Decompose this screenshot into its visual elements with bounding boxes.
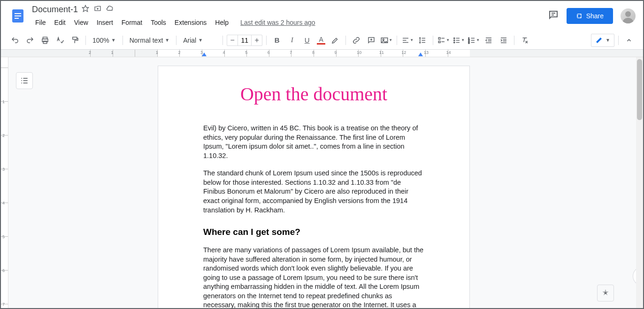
zoom-select[interactable]: 100%▼ (90, 35, 119, 46)
move-icon[interactable] (94, 5, 101, 14)
document-heading[interactable]: Open the document (203, 83, 424, 105)
insert-link-icon[interactable] (350, 34, 363, 47)
checklist-icon[interactable]: ▼ (437, 34, 450, 47)
font-size-input[interactable] (238, 35, 252, 45)
outline-toggle-icon[interactable] (16, 72, 33, 89)
svg-rect-55 (605, 292, 606, 294)
svg-point-8 (625, 11, 631, 17)
toolbar: 100%▼ Normal text▼ Arial▼ − + B I U A ▼ … (1, 31, 643, 50)
font-size-increase[interactable]: + (252, 36, 262, 45)
docs-logo-icon[interactable] (8, 7, 27, 25)
user-avatar[interactable] (621, 8, 636, 23)
line-spacing-icon[interactable] (416, 34, 429, 47)
svg-rect-2 (15, 15, 21, 16)
underline-icon[interactable]: U (300, 34, 314, 47)
editing-mode-select[interactable]: ▼ (591, 34, 614, 47)
menu-tools[interactable]: Tools (147, 17, 169, 28)
explore-icon[interactable] (597, 285, 614, 301)
print-icon[interactable] (38, 34, 52, 47)
horizontal-ruler[interactable]: 2 1 1 2 3 4 5 6 7 8 9 10 11 12 13 14 (1, 50, 643, 57)
font-select[interactable]: Arial▼ (180, 35, 219, 46)
share-button[interactable]: Share (567, 8, 613, 24)
menu-insert[interactable]: Insert (93, 17, 116, 28)
undo-icon[interactable] (8, 34, 22, 47)
paint-format-icon[interactable] (69, 34, 82, 47)
comments-icon[interactable] (548, 9, 559, 23)
clear-formatting-icon[interactable] (518, 34, 531, 47)
menu-extensions[interactable]: Extensions (171, 17, 210, 28)
svg-rect-1 (15, 13, 21, 14)
svg-point-16 (383, 39, 384, 40)
italic-icon[interactable]: I (285, 34, 299, 47)
bulleted-list-icon[interactable]: ▼ (452, 34, 465, 47)
menu-view[interactable]: View (71, 17, 92, 28)
document-subheading[interactable]: Where can I get some? (203, 227, 424, 237)
svg-point-29 (454, 39, 455, 40)
menu-help[interactable]: Help (212, 17, 232, 28)
text-color-icon[interactable]: A (315, 36, 327, 45)
svg-rect-12 (73, 37, 77, 39)
menu-bar: File Edit View Insert Format Tools Exten… (32, 16, 548, 29)
increase-indent-icon[interactable] (497, 34, 510, 47)
insert-image-icon[interactable]: ▼ (380, 34, 393, 47)
collapse-icon[interactable] (622, 34, 636, 47)
share-button-label: Share (586, 12, 604, 20)
bold-icon[interactable]: B (270, 34, 284, 47)
app-header: Document-1 File Edit View Insert Format … (1, 1, 643, 31)
align-icon[interactable]: ▼ (401, 34, 414, 47)
svg-marker-4 (82, 5, 88, 11)
menu-edit[interactable]: Edit (51, 17, 69, 28)
star-icon[interactable] (82, 5, 89, 14)
svg-rect-25 (438, 41, 440, 43)
document-page[interactable]: Open the document Evil) by Cicero, writt… (158, 66, 470, 308)
redo-icon[interactable] (23, 34, 37, 47)
numbered-list-icon[interactable]: 123▼ (467, 34, 480, 47)
document-canvas: 2 1 1 2 3 4 5 6 7 8 9 Open the document … (1, 57, 643, 308)
decrease-indent-icon[interactable] (482, 34, 495, 47)
vertical-ruler[interactable]: 2 1 1 2 3 4 5 6 7 8 9 (1, 57, 8, 308)
scrollbar-thumb[interactable] (637, 59, 642, 120)
svg-rect-23 (438, 38, 440, 39)
add-comment-icon[interactable] (365, 34, 378, 47)
spellcheck-icon[interactable] (54, 34, 67, 47)
last-edit-link[interactable]: Last edit was 2 hours ago (240, 19, 315, 26)
svg-point-27 (454, 38, 455, 38)
svg-point-31 (454, 42, 455, 43)
svg-text:3: 3 (468, 41, 470, 44)
menu-format[interactable]: Format (118, 17, 146, 28)
document-title[interactable]: Document-1 (32, 5, 78, 15)
document-paragraph[interactable]: Evil) by Cicero, written in 45 BC. This … (203, 124, 424, 160)
document-paragraph[interactable]: The standard chunk of Lorem Ipsum used s… (203, 169, 424, 215)
svg-rect-3 (15, 18, 19, 19)
vertical-scrollbar[interactable] (636, 57, 643, 308)
font-size-control: − + (227, 35, 262, 46)
font-size-decrease[interactable]: − (227, 36, 238, 45)
style-select[interactable]: Normal text▼ (127, 35, 172, 46)
menu-file[interactable]: File (32, 17, 49, 28)
highlight-icon[interactable] (329, 34, 342, 47)
document-paragraph[interactable]: There are many variations of passages of… (203, 246, 424, 308)
cloud-status-icon[interactable] (106, 5, 115, 14)
